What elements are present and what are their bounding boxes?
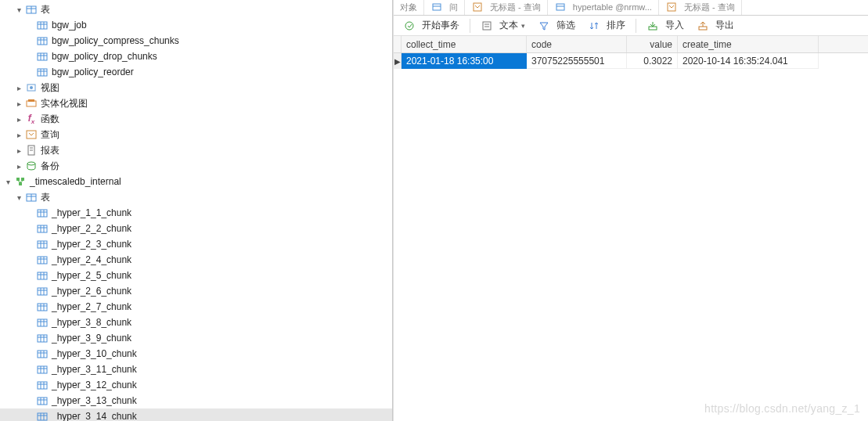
table-icon (36, 34, 49, 47)
tab-query-1[interactable]: 无标题 - 查询 (465, 0, 548, 15)
svg-point-20 (30, 86, 33, 89)
table-icon (36, 394, 49, 407)
text-button[interactable]: 文本 ▾ (476, 17, 530, 34)
query-icon (471, 1, 484, 13)
tree-node-table[interactable]: _hyper_1_1_chunk (0, 205, 392, 221)
table-row[interactable]: ▶ 2021-01-18 16:35:00 37075225555501 0.3… (394, 53, 868, 69)
filter-button[interactable]: 筛选 (533, 17, 580, 34)
tree-node-table[interactable]: _hyper_3_10_chunk (0, 346, 392, 362)
sort-button[interactable]: 排序 (583, 17, 630, 34)
tree-node-table[interactable]: _hyper_2_2_chunk (0, 221, 392, 236)
tree-label: _hyper_2_5_chunk (52, 270, 131, 281)
expander-icon[interactable]: ▸ (14, 161, 23, 171)
tree-node-folder[interactable]: ▸报表 (0, 142, 392, 158)
tree-label: 备份 (41, 160, 59, 173)
svg-rect-52 (38, 272, 47, 279)
svg-point-102 (405, 22, 413, 30)
tree-node-folder[interactable]: ▸实体化视图 (0, 95, 392, 111)
export-button[interactable]: 导出 (692, 17, 739, 34)
tree-label: _hyper_2_7_chunk (52, 301, 131, 312)
table-icon (36, 379, 49, 391)
col-header[interactable]: value (627, 36, 678, 52)
table-icon (36, 50, 49, 63)
filter-icon (538, 20, 550, 32)
result-grid[interactable]: collect_time code value create_time ▶ 20… (394, 36, 868, 421)
tab-hypertable[interactable]: hypertable @nrmw... (548, 0, 659, 15)
separator (470, 19, 470, 33)
tree-node-folder[interactable]: ▸fx函数 (0, 111, 392, 127)
query-icon (25, 128, 38, 141)
tree-node-table[interactable]: _hyper_3_13_chunk (0, 393, 392, 408)
tree-node-table[interactable]: _hyper_2_7_chunk (0, 299, 392, 315)
svg-rect-64 (38, 319, 47, 326)
tree-node-tables-top[interactable]: ▾ 表 (0, 2, 392, 17)
tree-node-table[interactable]: _hyper_2_4_chunk (0, 252, 392, 268)
tree-node-folder[interactable]: ▸查询 (0, 127, 392, 142)
col-header[interactable]: create_time (678, 36, 819, 52)
cell[interactable]: 37075225555501 (527, 53, 627, 69)
expander-icon[interactable]: ▸ (14, 114, 23, 124)
tree-node-table[interactable]: bgw_policy_drop_chunks (0, 49, 392, 64)
expander-icon[interactable]: ▾ (3, 177, 13, 186)
svg-rect-22 (28, 99, 34, 102)
table-icon (36, 222, 49, 235)
tree-node-table[interactable]: _hyper_3_9_chunk (0, 330, 392, 346)
tree-node-table[interactable]: bgw_job (0, 17, 392, 33)
expander-icon[interactable]: ▸ (14, 83, 23, 92)
tree-node-schema[interactable]: ▾ _timescaledb_internal (0, 174, 392, 189)
tree-node-table[interactable]: _hyper_2_3_chunk (0, 236, 392, 252)
col-header[interactable]: collect_time (402, 36, 527, 52)
db-tree[interactable]: ▾ 表 bgw_jobbgw_policy_compress_chunksbgw… (0, 0, 392, 421)
cell[interactable]: 2021-01-18 16:35:00 (402, 53, 527, 69)
expander-icon[interactable]: ▸ (14, 130, 23, 139)
begin-tx-button[interactable]: 开始事务 (398, 17, 464, 34)
svg-rect-29 (21, 178, 24, 181)
expander-icon[interactable]: ▸ (14, 99, 23, 108)
tree-node-tables[interactable]: ▾ 表 (0, 189, 392, 205)
tree-label: _hyper_2_4_chunk (52, 254, 131, 265)
tab-query-2[interactable]: 无标题 - 查询 (659, 0, 742, 15)
tree-node-table[interactable]: _hyper_3_14_chunk (0, 408, 392, 421)
table-icon (36, 332, 49, 344)
svg-rect-84 (38, 398, 47, 405)
tree-node-folder[interactable]: ▸备份 (0, 158, 392, 174)
cell[interactable]: 0.3022 (627, 53, 678, 69)
btn-label: 开始事务 (422, 19, 459, 32)
table-icon (36, 363, 49, 376)
expander-icon[interactable]: ▾ (14, 193, 23, 202)
tree-node-table[interactable]: bgw_policy_compress_chunks (0, 33, 392, 49)
tree-node-folder[interactable]: ▸视图 (0, 80, 392, 95)
sort-icon (588, 20, 600, 32)
table-icon (36, 238, 49, 250)
tree-node-table[interactable]: _hyper_3_8_chunk (0, 315, 392, 330)
svg-rect-98 (474, 3, 481, 11)
tree-node-table[interactable]: _hyper_3_11_chunk (0, 362, 392, 377)
tab-objects[interactable]: 对象 (394, 0, 424, 15)
import-button[interactable]: 导入 (642, 17, 689, 34)
svg-rect-36 (38, 210, 47, 217)
tree-node-table[interactable]: _hyper_2_6_chunk (0, 283, 392, 299)
tree-label: 表 (41, 191, 50, 204)
expander-icon[interactable]: ▾ (14, 5, 23, 14)
svg-rect-101 (668, 3, 675, 11)
table-icon (36, 410, 49, 421)
tab-item[interactable]: 间 (424, 0, 465, 15)
tree-label: _hyper_2_3_chunk (52, 239, 131, 250)
svg-rect-99 (556, 4, 564, 10)
tree-node-table[interactable]: _hyper_3_12_chunk (0, 377, 392, 393)
tree-node-table[interactable]: _hyper_2_5_chunk (0, 268, 392, 283)
tree-node-table[interactable]: bgw_policy_reorder (0, 64, 392, 80)
expander-icon[interactable]: ▸ (14, 146, 23, 155)
sidebar: ▾ 表 bgw_jobbgw_policy_compress_chunksbgw… (0, 0, 393, 421)
cell[interactable]: 2020-10-14 16:35:24.041 (678, 53, 819, 69)
table-folder-icon (25, 3, 38, 16)
tree-label: _hyper_3_8_chunk (52, 317, 131, 328)
separator (636, 19, 636, 33)
table-icon (430, 1, 443, 13)
grid-header: collect_time code value create_time (394, 36, 868, 53)
tab-label: hypertable @nrmw... (573, 2, 652, 12)
col-header[interactable]: code (527, 36, 627, 52)
grid-toolbar: 开始事务 文本 ▾ 筛选 排序 导入 导出 (394, 16, 868, 36)
editor-tabs: 对象 间 无标题 - 查询 hypertable @nrmw... 无标题 - … (394, 0, 868, 16)
query-icon (665, 1, 678, 13)
